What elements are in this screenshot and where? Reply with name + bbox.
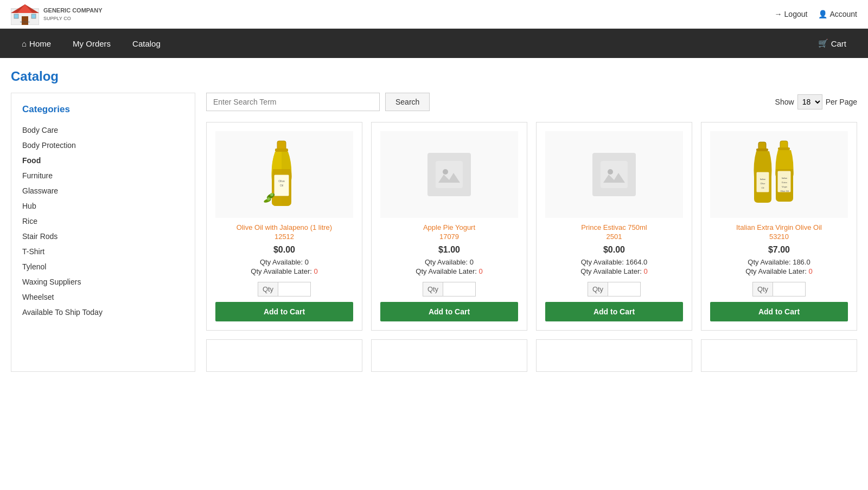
add-to-cart-0[interactable]: Add to Cart [215, 302, 353, 321]
nav-left: ⌂ Home My Orders Catalog [11, 29, 171, 58]
product-image-1 [380, 131, 518, 218]
sidebar-item-wheelset[interactable]: Wheelset [22, 289, 184, 305]
nav-right: 🛒 Cart [807, 29, 857, 58]
qty-later-value-0: 0 [314, 267, 317, 275]
product-grid-row2 [206, 339, 857, 372]
product-card-0: Olive Oil Olive Oil with Jalapeno (1 lit… [206, 122, 362, 331]
product-qty-available-0: Qty Available: 0 [215, 258, 353, 266]
company-logo: GENERIC [11, 3, 39, 25]
qty-field-2[interactable] [608, 282, 641, 296]
show-label: Show [775, 98, 794, 106]
nav-cart[interactable]: 🛒 Cart [807, 29, 857, 58]
product-price-1: $1.00 [380, 245, 518, 255]
nav-catalog[interactable]: Catalog [122, 29, 171, 58]
product-sku-2: 2501 [545, 233, 683, 241]
price-highlighted-3: $7.00 [768, 245, 790, 254]
sidebar-item-body-care[interactable]: Body Care [22, 122, 184, 138]
sidebar-item-available-today[interactable]: Available To Ship Today [22, 305, 184, 320]
sidebar-item-hub[interactable]: Hub [22, 198, 184, 214]
qty-field-3[interactable] [773, 282, 806, 296]
product-name-0[interactable]: Olive Oil with Jalapeno (1 litre) [215, 223, 353, 231]
product-card-row2-1 [371, 339, 527, 372]
product-name-2[interactable]: Prince Estivac 750ml [545, 223, 683, 231]
page-container: Catalog Categories Body Care Body Protec… [0, 58, 868, 383]
top-bar: GENERIC GENERIC COMPANYSUPPLY CO → Logou… [0, 0, 868, 29]
product-name-1[interactable]: Apple Pie Yogurt [380, 223, 518, 231]
product-sku-3: 53210 [710, 233, 848, 241]
svg-point-14 [270, 193, 273, 196]
sidebar-item-stair-rods[interactable]: Stair Rods [22, 229, 184, 244]
product-qty-available-2: Qty Available: 1664.0 [545, 258, 683, 266]
logout-icon: → [775, 10, 782, 18]
svg-text:Italian: Italian [782, 177, 788, 179]
svg-text:Olive: Olive [278, 179, 285, 183]
qty-input-row-2: Qty [545, 282, 683, 296]
product-card-3: Italian Olive Oil Italian Extra [701, 122, 857, 331]
sidebar-item-furniture[interactable]: Furniture [22, 168, 184, 183]
svg-text:GENERIC: GENERIC [20, 21, 30, 23]
nav-bar: ⌂ Home My Orders Catalog 🛒 Cart [0, 29, 868, 58]
placeholder-image-2 [592, 153, 636, 196]
svg-rect-4 [14, 14, 18, 18]
nav-orders[interactable]: My Orders [62, 29, 122, 58]
svg-text:Italian: Italian [760, 178, 766, 180]
svg-point-19 [608, 169, 613, 175]
product-price-0: $0.00 [215, 245, 353, 255]
page-title: Catalog [11, 69, 857, 84]
svg-rect-18 [601, 161, 628, 188]
logout-link[interactable]: → Logout [775, 10, 808, 18]
sidebar-item-tshirt[interactable]: T-Shirt [22, 244, 184, 259]
add-to-cart-2[interactable]: Add to Cart [545, 302, 683, 321]
cart-icon: 🛒 [818, 38, 828, 48]
sidebar-item-tylenol[interactable]: Tylenol [22, 259, 184, 274]
account-link[interactable]: 👤 Account [818, 10, 857, 18]
search-button[interactable]: Search [385, 93, 430, 111]
sidebar-title: Categories [22, 104, 184, 115]
svg-rect-21 [756, 149, 768, 151]
per-page-control: Show 9 18 27 36 Per Page [775, 94, 857, 109]
add-to-cart-3[interactable]: Add to Cart [710, 302, 848, 321]
svg-point-15 [267, 197, 270, 201]
sidebar-item-glassware[interactable]: Glassware [22, 183, 184, 198]
logout-label: Logout [784, 10, 808, 18]
account-label: Account [829, 10, 857, 18]
product-price-2: $0.00 [545, 245, 683, 255]
product-qty-available-3: Qty Available: 186.0 [710, 258, 848, 266]
sidebar: Categories Body Care Body Protection Foo… [11, 93, 195, 372]
per-page-select[interactable]: 9 18 27 36 [797, 94, 822, 109]
product-image-0: Olive Oil [215, 131, 353, 218]
product-image-2 [545, 131, 683, 218]
sidebar-item-waxing-suppliers[interactable]: Waxing Suppliers [22, 274, 184, 289]
qty-field-1[interactable] [443, 282, 476, 296]
qty-label-2: Qty [588, 282, 608, 296]
product-card-2: Prince Estivac 750ml 2501 $0.00 Qty Avai… [536, 122, 692, 331]
product-sku-1: 17079 [380, 233, 518, 241]
per-page-label: Per Page [826, 98, 857, 106]
qty-input-row-1: Qty [380, 282, 518, 296]
product-qty-later-3: Qty Available Later: 0 [710, 267, 848, 275]
add-to-cart-1[interactable]: Add to Cart [380, 302, 518, 321]
home-icon: ⌂ [22, 39, 27, 48]
sidebar-item-body-protection[interactable]: Body Protection [22, 138, 184, 153]
svg-rect-8 [275, 149, 288, 152]
svg-text:Olive Oil: Olive Oil [780, 190, 788, 192]
nav-home[interactable]: ⌂ Home [11, 29, 62, 58]
product-card-row2-0 [206, 339, 362, 372]
sidebar-item-rice[interactable]: Rice [22, 214, 184, 229]
qty-input-row-0: Qty [215, 282, 353, 296]
company-name: GENERIC COMPANYSUPPLY CO [43, 7, 103, 22]
product-name-3[interactable]: Italian Extra Virgin Olive Oil [710, 223, 848, 231]
svg-rect-16 [436, 161, 463, 188]
search-input[interactable] [206, 93, 380, 111]
search-bar: Search Show 9 18 27 36 Per Page [206, 93, 857, 111]
svg-text:Oil: Oil [280, 184, 283, 187]
product-image-3: Italian Olive Oil Italian Extra [710, 131, 848, 218]
qty-field-0[interactable] [278, 282, 311, 296]
account-icon: 👤 [818, 10, 827, 18]
svg-rect-5 [31, 14, 36, 18]
sidebar-item-food[interactable]: Food [22, 153, 184, 168]
product-card-row2-2 [536, 339, 692, 372]
product-qty-later-2: Qty Available Later: 0 [545, 267, 683, 275]
italian-olive-image: Italian Olive Oil Italian Extra [746, 137, 812, 212]
svg-text:Oil: Oil [762, 186, 764, 189]
